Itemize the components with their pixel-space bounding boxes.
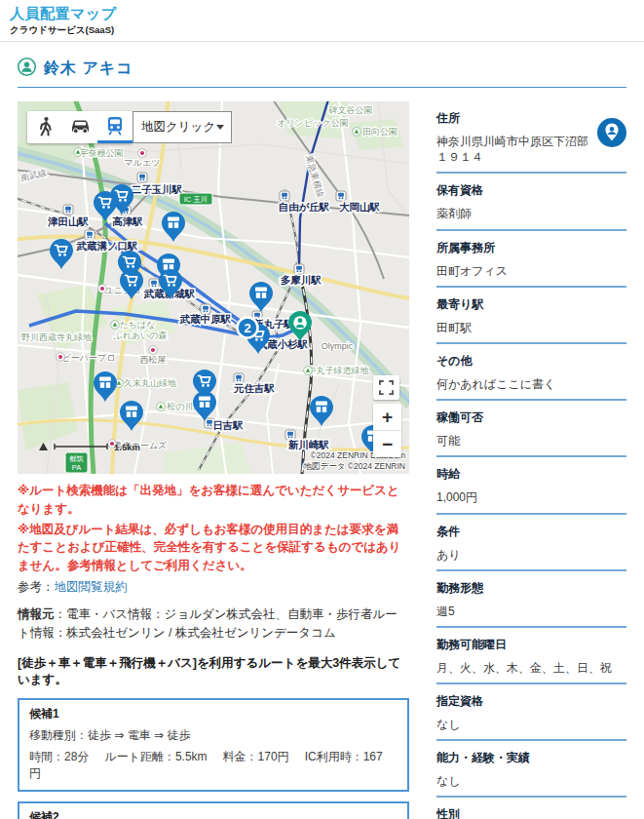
reference-line: 参考：地図閲覧規約 <box>18 579 409 596</box>
map-terms-link[interactable]: 地図閲覧規約 <box>55 580 128 594</box>
map-click-dropdown-value: 地図クリック <box>141 119 215 136</box>
svg-text:久末丸山緑地: 久末丸山緑地 <box>124 378 176 388</box>
svg-text:武蔵中原駅: 武蔵中原駅 <box>179 313 232 325</box>
person-icon <box>18 58 36 80</box>
field-label: 性別 <box>436 806 626 819</box>
svg-text:碑文谷公園: 碑文谷公園 <box>328 105 373 115</box>
field-hourly-wage: 時給 1,000円 <box>436 457 626 514</box>
candidate-title: 候補1 <box>29 706 398 722</box>
field-value: なし <box>436 717 626 732</box>
person-underline <box>18 87 626 88</box>
person-header: 鈴木 アキコ <box>18 58 626 80</box>
field-label: 能力・経験・実績 <box>436 750 626 766</box>
person-pin-icon <box>597 118 626 147</box>
route-candidate-1[interactable]: 候補1 移動種別：徒歩 ⇒ 電車 ⇒ 徒歩 時間：28分ルート距離：5.5km料… <box>18 698 409 792</box>
candidate-fare: 料金：170円 <box>223 750 289 763</box>
svg-text:野川西蔵寺丸緑地: 野川西蔵寺丸緑地 <box>21 332 92 342</box>
svg-text:IC 玉川: IC 玉川 <box>184 195 208 204</box>
field-label: その他 <box>436 353 626 370</box>
field-value: 1,000円 <box>436 489 626 505</box>
field-label: 所属事務所 <box>436 240 626 256</box>
candidate-distance: ルート距離：5.5km <box>104 750 207 763</box>
zoom-out-button[interactable]: − <box>373 431 401 457</box>
field-label: 住所 <box>436 110 593 127</box>
svg-text:ふれあいの森: ふれあいの森 <box>112 331 167 340</box>
car-mode-button[interactable] <box>62 111 97 143</box>
field-value: 可能 <box>436 433 626 448</box>
app-subtitle: クラウドサービス(SaaS) <box>10 24 634 37</box>
map-canvas[interactable]: オリンピック公園 碑文谷公園 田向公園 宇奈根公園 たちばな ふれあいの森 野川… <box>18 101 409 474</box>
walk-mode-button[interactable] <box>27 111 62 143</box>
app-header: 人員配置マップ クラウドサービス(SaaS) <box>0 0 644 41</box>
ic-badge: IC 玉川 <box>179 193 212 205</box>
zoom-in-button[interactable]: + <box>373 404 401 430</box>
source-line: 情報元：電車・バス情報：ジョルダン株式会社、自動車・歩行者ルート情報：株式会社ゼ… <box>18 605 409 644</box>
route-notice-1: ※ルート検索機能は「出発地」をお客様に選んでいただくサービスとなります。 <box>18 482 409 519</box>
field-label: 指定資格 <box>436 693 626 710</box>
field-availability: 稼働可否 可能 <box>436 401 626 457</box>
field-label: 保有資格 <box>436 182 626 199</box>
svg-text:宇奈根公園: 宇奈根公園 <box>80 148 124 158</box>
field-value: 田町駅 <box>436 320 626 335</box>
app-title: 人員配置マップ <box>10 5 634 23</box>
svg-text:田向公園: 田向公園 <box>362 127 398 136</box>
route-candidate-2[interactable]: 候補2 移動種別：徒歩 ⇒ 電車 ⇒ 徒歩 ⇒ バス ⇒ 徒歩 時間：37分ルー… <box>18 801 409 819</box>
svg-text:大岡山駅: 大岡山駅 <box>339 201 381 213</box>
highway-pa-badge: 都筑 PA <box>65 452 88 473</box>
field-workable-days: 勤務可能曜日 月、火、水、木、金、土、日、祝 <box>436 628 626 684</box>
source-label: 情報元 <box>18 607 55 621</box>
field-label: 稼働可否 <box>436 410 626 426</box>
fullscreen-icon <box>379 380 394 395</box>
field-label: 時給 <box>436 466 626 483</box>
show-on-map-button[interactable] <box>597 118 626 151</box>
svg-text:中丸子緑道緑地: 中丸子緑道緑地 <box>308 366 369 375</box>
train-icon <box>106 116 124 136</box>
candidate-title: 候補2 <box>29 809 398 819</box>
source-text: ：電車・バス情報：ジョルダン株式会社、自動車・歩行者ルート情報：株式会社ゼンリン… <box>18 607 398 640</box>
svg-text:高津駅: 高津駅 <box>112 215 143 227</box>
field-conditions: 条件 あり <box>436 515 626 571</box>
field-qualification: 保有資格 薬剤師 <box>436 174 626 230</box>
svg-text:日吉駅: 日吉駅 <box>212 419 244 431</box>
profile-panel: 住所 神奈川県川崎市中原区下沼部１９１４ 保有資格 薬剤師 所属事務所 <box>436 101 626 819</box>
car-icon <box>69 118 92 135</box>
field-designated-qualification: 指定資格 なし <box>436 684 626 741</box>
person-name: 鈴木 アキコ <box>44 58 133 79</box>
svg-text:多摩川駅: 多摩川駅 <box>281 274 322 286</box>
svg-text:元住吉駅: 元住吉駅 <box>233 382 276 394</box>
walk-icon <box>36 116 55 136</box>
map-toolbar: 地図クリック <box>27 111 232 143</box>
svg-text:都筑: 都筑 <box>69 454 84 463</box>
svg-text:1.5km: 1.5km <box>114 442 140 452</box>
svg-text:自由が丘駅: 自由が丘駅 <box>279 201 330 213</box>
svg-text:津田山駅: 津田山駅 <box>48 215 90 227</box>
field-value: 何かあればここに書く <box>436 376 626 392</box>
svg-text:マルエツ: マルエツ <box>125 158 161 168</box>
field-label: 条件 <box>436 524 626 540</box>
field-label: 勤務形態 <box>436 580 626 597</box>
map-zoom-control: + − <box>373 404 401 457</box>
train-mode-button[interactable] <box>97 111 133 143</box>
svg-text:武蔵溝ノ口駅: 武蔵溝ノ口駅 <box>75 240 138 252</box>
pin-badge: 2 <box>244 321 250 335</box>
svg-text:二子玉川駅: 二子玉川駅 <box>132 183 183 195</box>
fullscreen-button[interactable] <box>373 375 399 400</box>
field-label: 勤務可能曜日 <box>436 637 626 653</box>
route-notice-2: ※地図及びルート結果は、必ずしもお客様の使用目的または要求を満たすことおよび正確… <box>18 521 409 575</box>
field-gender: 性別 女性 <box>436 798 626 819</box>
svg-text:たちばな: たちばな <box>120 320 156 330</box>
field-value: あり <box>436 547 626 563</box>
field-other: その他 何かあればここに書く <box>436 344 626 401</box>
svg-text:西松屋: 西松屋 <box>140 355 167 365</box>
field-address: 住所 神奈川県川崎市中原区下沼部１９１４ <box>436 101 626 174</box>
svg-text:オリンピック公園: オリンピック公園 <box>277 118 348 128</box>
map-click-dropdown[interactable]: 地図クリック <box>133 111 232 143</box>
field-skills: 能力・経験・実績 なし <box>436 741 626 798</box>
svg-text:新川崎駅: 新川崎駅 <box>287 439 330 450</box>
field-value: 神奈川県川崎市中原区下沼部１９１４ <box>436 134 593 165</box>
svg-text:ビーバープロ: ビーバープロ <box>62 353 116 363</box>
svg-text:PA: PA <box>72 463 81 472</box>
field-value: なし <box>436 773 626 789</box>
reference-label: 参考： <box>18 580 55 594</box>
field-value: 週5 <box>436 604 626 619</box>
